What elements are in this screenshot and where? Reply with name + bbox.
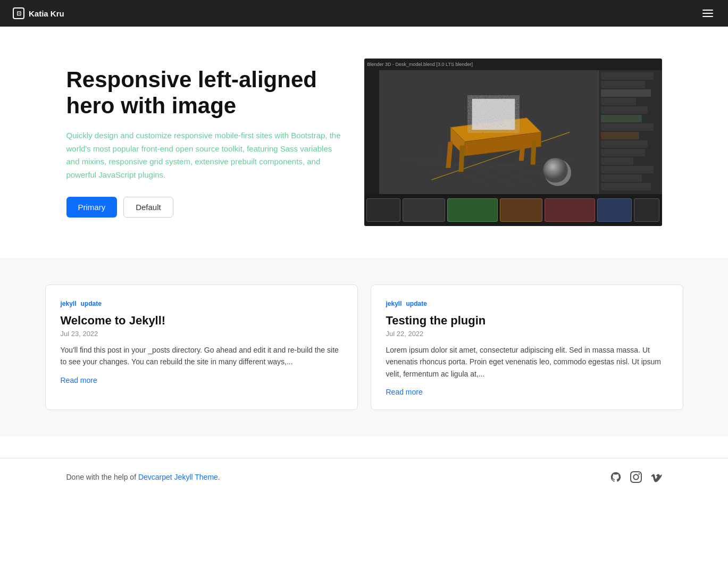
- card-1-tag-2[interactable]: update: [406, 300, 427, 307]
- default-button[interactable]: Default: [123, 197, 173, 218]
- navbar-brand[interactable]: ⊡ Katia Kru: [13, 7, 64, 19]
- github-icon[interactable]: [610, 471, 622, 483]
- blender-viewport: [379, 70, 598, 194]
- svg-line-4: [465, 165, 513, 185]
- card-0: jekyll update Welcome to Jekyll! Jul 23,…: [45, 285, 358, 410]
- card-1-readmore[interactable]: Read more: [386, 388, 423, 396]
- vimeo-icon[interactable]: [650, 471, 662, 483]
- hamburger-line-3: [702, 16, 713, 17]
- card-1-date: Jul 22, 2022: [386, 330, 668, 338]
- hamburger-line-1: [702, 10, 713, 11]
- footer-social-icons: [610, 471, 662, 483]
- blender-screenshot: Blender 3D - Desk_model.blend [3.0 LTS b…: [364, 59, 662, 226]
- card-0-date: Jul 23, 2022: [61, 330, 342, 338]
- spacer: [0, 437, 728, 458]
- blender-bottom-bar: [364, 194, 662, 226]
- hero-section: Responsive left-aligned hero with image …: [45, 27, 683, 258]
- navbar: ⊡ Katia Kru: [0, 0, 728, 27]
- hero-description-text: Quickly design and customize responsive …: [66, 131, 341, 179]
- blender-top-bar: Blender 3D - Desk_model.blend [3.0 LTS b…: [364, 59, 662, 70]
- card-1-excerpt: Lorem ipsum dolor sit amet, consectetur …: [386, 344, 668, 380]
- instagram-icon[interactable]: [630, 471, 642, 483]
- primary-button[interactable]: Primary: [66, 197, 118, 218]
- cards-section: jekyll update Welcome to Jekyll! Jul 23,…: [0, 258, 728, 437]
- camera-icon: ⊡: [13, 7, 24, 19]
- hero-description: Quickly design and customize responsive …: [66, 129, 343, 182]
- card-0-readmore[interactable]: Read more: [61, 376, 97, 385]
- footer-text: Done with the help of Devcarpet Jekyll T…: [66, 473, 220, 481]
- card-0-tag-2[interactable]: update: [81, 300, 102, 307]
- svg-line-5: [489, 165, 537, 185]
- hero-content: Responsive left-aligned hero with image …: [66, 67, 343, 218]
- cards-grid: jekyll update Welcome to Jekyll! Jul 23,…: [45, 285, 683, 410]
- navbar-brand-label: Katia Kru: [29, 9, 64, 18]
- card-1-tag-1[interactable]: jekyll: [386, 300, 402, 307]
- card-1-title: Testing the plugin: [386, 314, 668, 328]
- hero-title: Responsive left-aligned hero with image: [66, 67, 343, 119]
- hamburger-line-2: [702, 13, 713, 14]
- footer-theme-link[interactable]: Devcarpet Jekyll Theme: [138, 473, 218, 481]
- scene-svg: [379, 70, 598, 194]
- svg-point-19: [543, 158, 568, 183]
- card-0-title: Welcome to Jekyll!: [61, 314, 342, 328]
- footer: Done with the help of Devcarpet Jekyll T…: [0, 458, 728, 496]
- footer-inner: Done with the help of Devcarpet Jekyll T…: [45, 458, 683, 496]
- card-0-excerpt: You'll find this post in your _posts dir…: [61, 344, 342, 368]
- blender-scene: Blender 3D - Desk_model.blend [3.0 LTS b…: [364, 59, 662, 226]
- blender-left-panel: [364, 70, 379, 194]
- svg-rect-11: [446, 141, 453, 168]
- navbar-toggle-button[interactable]: [700, 7, 715, 19]
- card-1-tags: jekyll update: [386, 300, 668, 307]
- svg-rect-17: [472, 99, 515, 130]
- hero-buttons: Primary Default: [66, 197, 343, 218]
- hero-image: Blender 3D - Desk_model.blend [3.0 LTS b…: [364, 59, 662, 226]
- card-0-tags: jekyll update: [61, 300, 342, 307]
- card-0-tag-1[interactable]: jekyll: [61, 300, 77, 307]
- blender-right-panel: [598, 70, 662, 194]
- card-1: jekyll update Testing the plugin Jul 22,…: [371, 285, 683, 410]
